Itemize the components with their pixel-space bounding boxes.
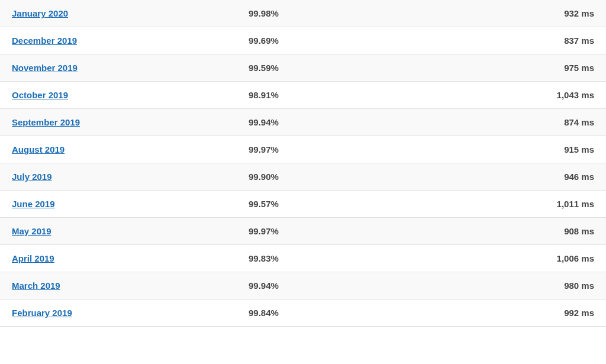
month-column: April 2019 xyxy=(12,253,249,263)
table-row: May 201999.97%908 ms xyxy=(0,218,606,245)
response-time-column: 975 ms xyxy=(414,63,594,73)
uptime-column: 99.90% xyxy=(249,172,414,182)
response-time-column: 1,043 ms xyxy=(414,90,594,100)
table-row: June 201999.57%1,011 ms xyxy=(0,191,606,218)
uptime-column: 99.97% xyxy=(249,226,414,236)
response-time-column: 980 ms xyxy=(414,281,594,291)
uptime-column: 99.94% xyxy=(249,117,414,127)
month-link[interactable]: January 2020 xyxy=(12,8,68,18)
month-link[interactable]: June 2019 xyxy=(12,199,55,209)
table-row: August 201999.97%915 ms xyxy=(0,136,606,163)
response-time-column: 1,006 ms xyxy=(414,253,594,263)
month-link[interactable]: December 2019 xyxy=(12,36,77,46)
response-time-column: 992 ms xyxy=(414,308,594,318)
month-link[interactable]: March 2019 xyxy=(12,281,60,291)
uptime-column: 99.84% xyxy=(249,308,414,318)
month-link[interactable]: August 2019 xyxy=(12,144,65,154)
response-time-column: 1,011 ms xyxy=(414,199,594,209)
month-link[interactable]: May 2019 xyxy=(12,226,51,236)
table-row: January 202099.98%932 ms xyxy=(0,0,606,27)
month-column: May 2019 xyxy=(12,226,249,236)
month-link[interactable]: September 2019 xyxy=(12,117,80,127)
month-link[interactable]: July 2019 xyxy=(12,172,52,182)
response-time-column: 837 ms xyxy=(414,36,594,46)
response-time-column: 915 ms xyxy=(414,144,594,154)
month-link[interactable]: October 2019 xyxy=(12,90,68,100)
month-column: February 2019 xyxy=(12,308,249,318)
table-row: September 201999.94%874 ms xyxy=(0,109,606,136)
response-time-column: 874 ms xyxy=(414,117,594,127)
month-column: October 2019 xyxy=(12,90,249,100)
response-time-column: 908 ms xyxy=(414,226,594,236)
month-column: March 2019 xyxy=(12,281,249,291)
uptime-column: 98.91% xyxy=(249,90,414,100)
uptime-column: 99.57% xyxy=(249,199,414,209)
table-row: March 201999.94%980 ms xyxy=(0,272,606,299)
uptime-column: 99.69% xyxy=(249,36,414,46)
month-column: August 2019 xyxy=(12,144,249,154)
month-column: January 2020 xyxy=(12,8,249,18)
table-row: October 201998.91%1,043 ms xyxy=(0,82,606,109)
uptime-column: 99.59% xyxy=(249,63,414,73)
uptime-table: January 202099.98%932 msDecember 201999.… xyxy=(0,0,606,327)
uptime-column: 99.83% xyxy=(249,253,414,263)
table-row: December 201999.69%837 ms xyxy=(0,27,606,54)
month-column: June 2019 xyxy=(12,199,249,209)
table-row: November 201999.59%975 ms xyxy=(0,54,606,82)
uptime-column: 99.97% xyxy=(249,144,414,154)
uptime-column: 99.94% xyxy=(249,281,414,291)
month-column: December 2019 xyxy=(12,36,249,46)
month-column: July 2019 xyxy=(12,172,249,182)
response-time-column: 946 ms xyxy=(414,172,594,182)
uptime-column: 99.98% xyxy=(249,8,414,18)
month-link[interactable]: November 2019 xyxy=(12,63,78,73)
month-column: September 2019 xyxy=(12,117,249,127)
month-link[interactable]: February 2019 xyxy=(12,308,72,318)
table-row: April 201999.83%1,006 ms xyxy=(0,245,606,272)
response-time-column: 932 ms xyxy=(414,8,594,18)
month-link[interactable]: April 2019 xyxy=(12,253,54,263)
month-column: November 2019 xyxy=(12,63,249,73)
table-row: July 201999.90%946 ms xyxy=(0,163,606,191)
table-row: February 201999.84%992 ms xyxy=(0,299,606,327)
